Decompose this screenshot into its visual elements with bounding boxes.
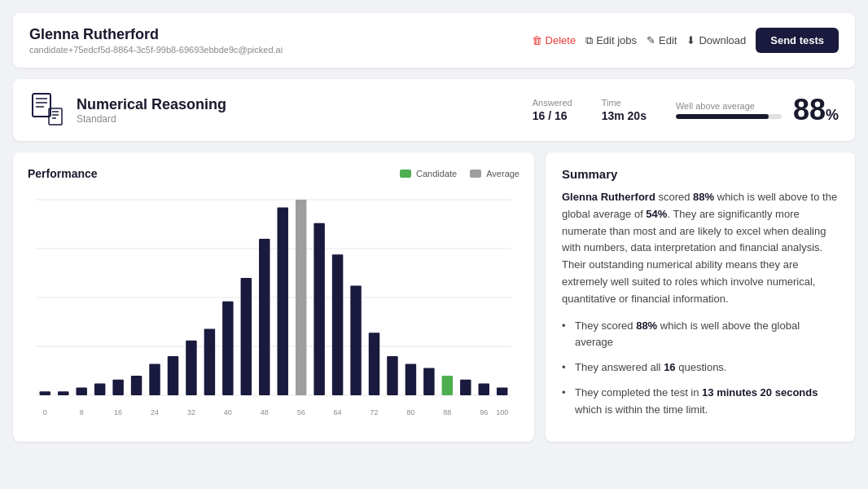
chart-legend: Candidate Average — [400, 169, 519, 178]
time-stat: Time 13m 20s — [602, 98, 647, 122]
svg-rect-29 — [332, 254, 343, 395]
svg-rect-18 — [131, 376, 142, 395]
svg-rect-35 — [442, 376, 453, 395]
bullet-questions: They answered all 16 questions. — [562, 359, 839, 377]
chart-area: 081624324048566472808896100 — [28, 192, 519, 420]
svg-text:16: 16 — [114, 408, 122, 416]
summary-title: Summary — [562, 167, 839, 181]
svg-rect-0 — [33, 94, 50, 117]
score-display: 88 % — [793, 95, 839, 125]
candidate-name: Glenna Rutherford — [29, 26, 283, 43]
summary-bullets: They scored 88% which is well above the … — [562, 318, 839, 419]
download-button[interactable]: Download — [686, 34, 746, 46]
svg-text:80: 80 — [406, 408, 414, 416]
svg-rect-22 — [204, 328, 215, 395]
chart-title: Performance — [28, 167, 98, 180]
average-legend-dot — [470, 170, 481, 178]
svg-rect-37 — [479, 384, 489, 395]
legend-candidate: Candidate — [400, 169, 457, 178]
summary-card: Summary Glenna Rutherford scored 88% whi… — [546, 152, 855, 442]
answered-stat: Answered 16 / 16 — [533, 98, 572, 122]
candidate-info: Glenna Rutherford candidate+75edcf5d-886… — [29, 26, 283, 55]
svg-text:24: 24 — [151, 408, 159, 416]
test-info: Numerical Reasoning Standard — [29, 92, 226, 128]
download-icon — [686, 34, 695, 46]
svg-text:100: 100 — [496, 408, 508, 416]
test-card: Numerical Reasoning Standard Answered 16… — [13, 79, 855, 141]
svg-text:40: 40 — [224, 408, 232, 416]
svg-rect-14 — [58, 391, 68, 395]
svg-text:88: 88 — [443, 408, 451, 416]
svg-rect-36 — [460, 380, 471, 395]
delete-button[interactable]: Delete — [532, 34, 576, 46]
svg-text:64: 64 — [334, 408, 342, 416]
edit-button[interactable]: Edit — [647, 34, 677, 46]
legend-average: Average — [470, 169, 519, 178]
svg-rect-27 — [296, 200, 306, 395]
bullet-time: They completed the test in 13 minutes 20… — [562, 385, 839, 419]
chart-card: Performance Candidate Average 0816243240… — [13, 152, 534, 442]
trash-icon — [532, 34, 542, 46]
bullet-score: They scored 88% which is well above the … — [562, 318, 839, 352]
score-section: Well above average 88 % — [676, 95, 839, 125]
score-bar-container: Well above average — [676, 101, 782, 119]
chart-header: Performance Candidate Average — [28, 167, 519, 180]
svg-rect-13 — [40, 391, 50, 395]
score-bar-fill — [676, 114, 769, 119]
header-actions: Delete Edit jobs Edit Download Send test… — [532, 28, 839, 53]
score-bar — [676, 114, 782, 119]
test-title: Numerical Reasoning Standard — [77, 96, 226, 125]
test-icon — [29, 92, 65, 128]
candidate-email: candidate+75edcf5d-8864-3c5f-99b8-69693e… — [29, 45, 283, 55]
svg-rect-24 — [241, 278, 252, 395]
summary-paragraph: Glenna Rutherford scored 88% which is we… — [562, 189, 839, 308]
svg-text:0: 0 — [43, 408, 47, 416]
edit-icon — [647, 34, 655, 46]
svg-rect-33 — [406, 364, 416, 395]
svg-rect-31 — [369, 333, 379, 395]
test-stats: Answered 16 / 16 Time 13m 20s Well above… — [533, 95, 839, 125]
svg-rect-21 — [186, 341, 196, 395]
svg-rect-25 — [259, 239, 270, 395]
svg-rect-34 — [423, 368, 434, 395]
candidate-name-bold: Glenna Rutherford — [562, 191, 655, 203]
svg-text:56: 56 — [297, 408, 305, 416]
candidate-legend-dot — [400, 170, 411, 178]
svg-rect-28 — [313, 223, 324, 395]
jobs-icon — [585, 34, 593, 47]
svg-rect-20 — [168, 356, 178, 395]
svg-text:96: 96 — [480, 408, 488, 416]
svg-rect-15 — [76, 387, 86, 395]
svg-rect-23 — [222, 302, 233, 395]
svg-text:32: 32 — [187, 408, 195, 416]
send-tests-button[interactable]: Send tests — [756, 28, 839, 53]
svg-rect-38 — [497, 387, 507, 395]
svg-rect-32 — [387, 356, 397, 395]
svg-rect-26 — [277, 208, 287, 395]
svg-text:72: 72 — [370, 408, 378, 416]
svg-rect-17 — [112, 380, 123, 395]
svg-rect-19 — [149, 364, 160, 395]
header-card: Glenna Rutherford candidate+75edcf5d-886… — [13, 13, 855, 68]
svg-text:48: 48 — [261, 408, 269, 416]
svg-rect-16 — [94, 384, 105, 395]
edit-jobs-button[interactable]: Edit jobs — [585, 34, 637, 47]
svg-rect-30 — [350, 286, 361, 395]
main-content: Performance Candidate Average 0816243240… — [13, 152, 855, 442]
svg-text:8: 8 — [80, 408, 84, 416]
